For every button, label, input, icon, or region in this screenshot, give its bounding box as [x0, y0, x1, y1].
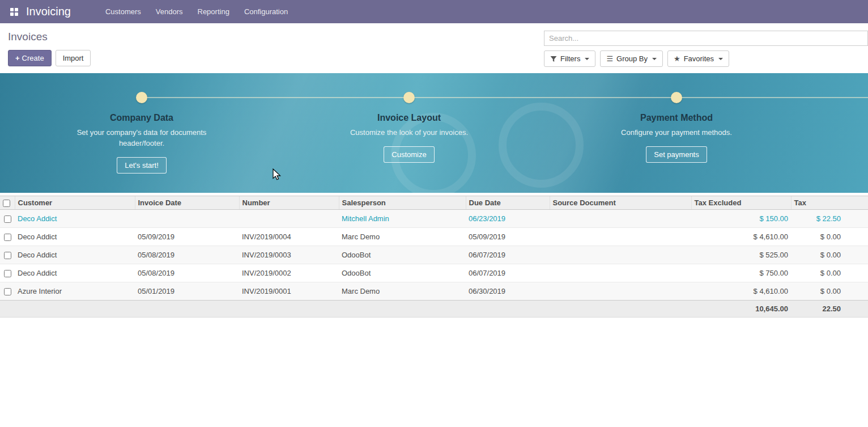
step-title: Invoice Layout	[318, 113, 500, 123]
cell-source-document	[550, 264, 691, 282]
nav-item-vendors[interactable]: Vendors	[148, 0, 190, 23]
app-title[interactable]: Invoicing	[26, 5, 71, 18]
cell-tax: $ 0.00	[791, 228, 868, 246]
cell-customer: Deco Addict	[15, 210, 135, 228]
control-panel-left: Invoices +Create Import	[8, 31, 91, 67]
table-row[interactable]: Deco Addict 05/08/2019 INV/2019/0002 Odo…	[0, 264, 868, 282]
navbar-menu: Customers Vendors Reporting Configuratio…	[98, 0, 295, 23]
row-checkbox[interactable]	[4, 270, 11, 277]
cell-tax-excluded: $ 4,610.00	[691, 282, 791, 301]
totals-empty-cell	[550, 301, 691, 318]
onboarding-banner: Company Data Set your company's data for…	[0, 73, 868, 193]
onboarding-step-payment-method: Payment Method Configure your payment me…	[586, 92, 767, 163]
favorites-dropdown-button[interactable]: ★ Favorites	[667, 50, 729, 67]
apps-grid-icon-svg	[10, 7, 19, 16]
step-dot	[671, 92, 682, 103]
column-header-tax-excluded[interactable]: Tax Excluded	[691, 196, 791, 210]
action-buttons: +Create Import	[8, 50, 91, 66]
banner-decoration-lens	[499, 103, 584, 188]
cell-tax-excluded: $ 525.00	[691, 246, 791, 264]
customize-button[interactable]: Customize	[384, 146, 434, 163]
cell-source-document	[550, 228, 691, 246]
cell-tax: $ 0.00	[791, 246, 868, 264]
total-tax: 22.50	[791, 301, 868, 318]
cell-customer: Azure Interior	[15, 282, 135, 301]
cell-invoice-date: 05/08/2019	[135, 264, 239, 282]
nav-item-configuration[interactable]: Configuration	[237, 0, 295, 23]
totals-empty-cell	[339, 301, 466, 318]
search-input[interactable]	[544, 31, 868, 46]
cell-salesperson: OdooBot	[339, 246, 466, 264]
import-button[interactable]: Import	[56, 50, 91, 66]
cell-due-date: 06/30/2019	[466, 282, 550, 301]
cell-number: INV/2019/0003	[239, 246, 339, 264]
column-header-tax[interactable]: Tax	[791, 196, 868, 210]
table-row[interactable]: Deco Addict 05/08/2019 INV/2019/0003 Odo…	[0, 246, 868, 264]
apps-grid-icon[interactable]	[7, 5, 22, 19]
column-header-salesperson[interactable]: Salesperson	[339, 196, 466, 210]
step-description: Set your company's data for documents he…	[76, 127, 207, 149]
table-row[interactable]: Deco Addict Mitchell Admin 06/23/2019 $ …	[0, 210, 868, 228]
cell-tax-excluded: $ 150.00	[691, 210, 791, 228]
cell-number: INV/2019/0001	[239, 282, 339, 301]
invoicing-app-window: Invoicing Customers Vendors Reporting Co…	[0, 0, 868, 427]
step-title: Payment Method	[586, 113, 767, 123]
filter-icon	[550, 56, 557, 62]
row-select-cell	[0, 210, 15, 228]
column-header-invoice-date[interactable]: Invoice Date	[135, 196, 239, 210]
caret-down-icon	[652, 58, 657, 60]
caret-down-icon	[718, 58, 723, 60]
search-facet-buttons: Filters ☰ Group By ★ Favorites	[544, 50, 868, 67]
row-checkbox[interactable]	[4, 252, 11, 259]
cell-tax: $ 0.00	[791, 282, 868, 301]
column-header-number[interactable]: Number	[239, 196, 339, 210]
invoices-list-view: Customer Invoice Date Number Salesperson…	[0, 196, 868, 318]
nav-item-customers[interactable]: Customers	[98, 0, 148, 23]
cell-tax: $ 0.00	[791, 264, 868, 282]
cell-due-date: 06/23/2019	[466, 210, 550, 228]
star-icon: ★	[674, 55, 680, 62]
row-checkbox[interactable]	[4, 288, 11, 295]
column-header-due-date[interactable]: Due Date	[466, 196, 550, 210]
totals-empty-cell	[135, 301, 239, 318]
step-dot	[136, 92, 147, 103]
cell-source-document	[550, 246, 691, 264]
cell-source-document	[550, 210, 691, 228]
row-select-cell	[0, 264, 15, 282]
row-checkbox[interactable]	[4, 215, 11, 223]
select-all-header[interactable]	[0, 196, 15, 210]
control-panel-right: Filters ☰ Group By ★ Favorites	[544, 31, 868, 67]
row-select-cell	[0, 246, 15, 264]
row-select-cell	[0, 228, 15, 246]
row-checkbox[interactable]	[4, 234, 11, 241]
step-description: Customize the look of your invoices.	[344, 127, 474, 138]
totals-empty-cell	[466, 301, 550, 318]
cell-invoice-date	[135, 210, 239, 228]
lets-start-button[interactable]: Let's start!	[117, 157, 167, 174]
cell-salesperson: Marc Demo	[339, 282, 466, 301]
column-header-source-document[interactable]: Source Document	[550, 196, 691, 210]
create-button-label: Create	[22, 54, 44, 62]
filters-dropdown-button[interactable]: Filters	[544, 50, 595, 67]
page-title: Invoices	[8, 31, 91, 43]
cell-invoice-date: 05/09/2019	[135, 228, 239, 246]
column-header-customer[interactable]: Customer	[15, 196, 135, 210]
invoices-table: Customer Invoice Date Number Salesperson…	[0, 196, 868, 318]
cell-number: INV/2019/0004	[239, 228, 339, 246]
nav-item-reporting[interactable]: Reporting	[190, 0, 237, 23]
group-by-dropdown-button[interactable]: ☰ Group By	[600, 50, 663, 67]
cell-due-date: 06/07/2019	[466, 264, 550, 282]
cell-invoice-date: 05/01/2019	[135, 282, 239, 301]
import-button-label: Import	[63, 54, 84, 62]
table-row[interactable]: Azure Interior 05/01/2019 INV/2019/0001 …	[0, 282, 868, 301]
cell-customer: Deco Addict	[15, 264, 135, 282]
select-all-checkbox[interactable]	[3, 200, 10, 207]
set-payments-button[interactable]: Set payments	[646, 146, 707, 163]
create-button[interactable]: +Create	[8, 50, 52, 66]
cell-tax-excluded: $ 4,610.00	[691, 228, 791, 246]
cell-salesperson: Mitchell Admin	[339, 210, 466, 228]
cell-number	[239, 210, 339, 228]
cell-salesperson: OdooBot	[339, 264, 466, 282]
onboarding-step-invoice-layout: Invoice Layout Customize the look of you…	[318, 92, 500, 163]
table-row[interactable]: Deco Addict 05/09/2019 INV/2019/0004 Mar…	[0, 228, 868, 246]
